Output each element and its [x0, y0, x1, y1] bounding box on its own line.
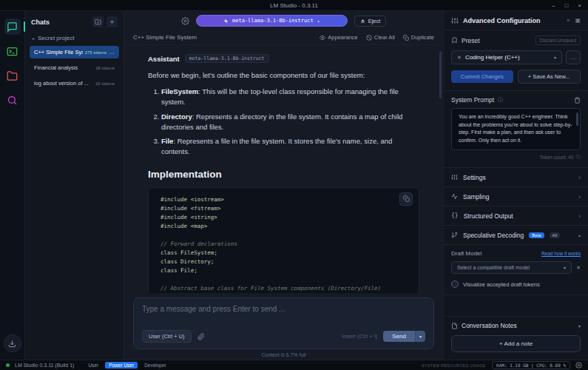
- clear-draft-icon[interactable]: ✕: [576, 265, 581, 271]
- read-how-it-works-link[interactable]: Read how it works: [541, 251, 581, 256]
- chat-item-financial-analysis[interactable]: Financial analysis 18 tokens: [30, 61, 119, 74]
- attach-file-button[interactable]: [197, 333, 205, 340]
- user-role-button[interactable]: User (Ctrl + U): [142, 330, 192, 343]
- chat-item-label: Financial analysis: [34, 64, 78, 71]
- copy-code-button[interactable]: [399, 192, 413, 206]
- rail-developer-button[interactable]: [4, 43, 21, 59]
- scrollbar[interactable]: [576, 112, 578, 126]
- speculative-decoding-content: Draft Model Read how it works Select a c…: [444, 245, 588, 295]
- resources-label: SYSTEM RESOURCES USAGE:: [422, 363, 487, 368]
- section-structured-output[interactable]: {} Structured Output ›: [444, 206, 588, 226]
- terminal-icon: [7, 46, 18, 57]
- code-line: #include <fstream>: [160, 204, 407, 213]
- chevron-down-icon: ▾: [564, 265, 566, 270]
- system-prompt-section: System Prompt ⓘ You are an incredibly go…: [444, 91, 588, 168]
- code-line: class FileSystem;: [160, 249, 407, 258]
- eject-model-button[interactable]: Eject: [354, 16, 387, 27]
- scrollbar[interactable]: [439, 51, 442, 98]
- sidebar-folder-secret-project[interactable]: ▸ Secret project: [25, 32, 124, 44]
- system-prompt-input[interactable]: You are an incredibly good C++ engineer.…: [451, 108, 581, 150]
- mode-developer[interactable]: Developer: [144, 363, 166, 368]
- chat-icon: [7, 21, 18, 33]
- list-item-term: File: [161, 137, 173, 145]
- draft-model-label: Draft Model: [451, 250, 481, 257]
- appearance-button[interactable]: Appearance: [320, 34, 357, 41]
- loaded-model-selector[interactable]: meta-llama-3.1-8b-instruct ▾: [196, 15, 348, 27]
- eject-label: Eject: [368, 18, 381, 24]
- new-chat-button[interactable]: [107, 16, 118, 27]
- download-icon: [8, 340, 16, 348]
- rail-models-button[interactable]: [4, 67, 21, 84]
- maximize-icon[interactable]: □: [564, 2, 568, 9]
- insert-hint[interactable]: Insert (Ctrl + I): [342, 333, 377, 340]
- rail-discover-button[interactable]: [4, 92, 21, 108]
- duplicate-label: Duplicate: [411, 34, 434, 41]
- collapse-panel-icon[interactable]: »: [567, 17, 570, 24]
- discard-unsaved-button[interactable]: Discard Unsaved: [535, 36, 581, 45]
- draft-model-selector[interactable]: Select a compatible draft model ▾: [451, 261, 572, 274]
- settings-gear-button[interactable]: [575, 362, 582, 369]
- advanced-configuration-panel: Advanced Configuration » ▣ Preset Discar…: [443, 11, 588, 360]
- section-label: Structured Output: [464, 212, 513, 220]
- send-label: Send: [383, 331, 415, 342]
- trash-icon[interactable]: [574, 97, 581, 104]
- visualize-tokens-toggle[interactable]: Visualize accepted draft tokens: [451, 280, 581, 288]
- status-dot-icon: [6, 363, 10, 367]
- window-title: LM Studio - 0.3.11: [0, 2, 588, 9]
- preset-selector[interactable]: ✕ Coding Helper (C++) ▾: [451, 50, 562, 64]
- send-button[interactable]: Send ▾: [383, 331, 425, 342]
- components-list: FileSystem: This will be the top-level c…: [161, 87, 419, 157]
- all-toggle[interactable]: All: [550, 232, 561, 238]
- loaded-model-name: meta-llama-3.1-8b-instruct: [232, 18, 314, 24]
- resources-usage[interactable]: RAM: 1.10 GB | CPU: 0.00 %: [492, 361, 570, 369]
- chat-title: C++ Simple File System: [133, 34, 197, 41]
- section-settings[interactable]: Settings ›: [444, 168, 588, 187]
- close-icon[interactable]: ×: [578, 2, 581, 9]
- rail-chat-button[interactable]: [4, 18, 21, 35]
- more-icon[interactable]: …: [109, 51, 115, 54]
- code-line: [160, 275, 407, 284]
- model-settings-button[interactable]: [181, 17, 189, 25]
- gear-icon: [181, 17, 189, 25]
- conversation-notes-header[interactable]: Conversation Notes ▾: [451, 322, 581, 329]
- commit-changes-button[interactable]: Commit Changes: [451, 70, 513, 83]
- section-speculative-decoding[interactable]: Speculative Decoding Beta All ▴: [444, 226, 588, 245]
- clear-preset-icon[interactable]: ✕: [457, 55, 462, 61]
- message-model-badge: meta-llama-3.1-8b-instruct: [185, 54, 269, 63]
- save-as-new-button[interactable]: + Save As New...: [518, 70, 581, 84]
- send-options-caret[interactable]: ▾: [415, 331, 425, 342]
- conversation-notes-label: Conversation Notes: [462, 322, 517, 329]
- appearance-icon: [320, 35, 325, 41]
- preset-menu-button[interactable]: …: [566, 50, 581, 64]
- mode-power-user[interactable]: Power User: [105, 362, 138, 369]
- code-block: #include <iostream> #include <fstream> #…: [148, 187, 419, 293]
- sliders-icon: [451, 17, 459, 24]
- duplicate-button[interactable]: Duplicate: [403, 34, 434, 41]
- code-line: // Abstract base class for File System c…: [160, 284, 407, 293]
- preset-section: Preset Discard Unsaved ✕ Coding Helper (…: [444, 30, 588, 91]
- code-line: [160, 231, 407, 240]
- list-item-term: FileSystem: [161, 87, 198, 95]
- section-label: Sampling: [463, 193, 489, 201]
- chevron-right-icon: ›: [578, 212, 581, 220]
- mode-user[interactable]: User: [88, 363, 98, 368]
- add-note-button[interactable]: + Add a note: [451, 335, 581, 352]
- chevron-down-icon: ▾: [554, 55, 556, 60]
- braces-icon: {}: [451, 212, 459, 219]
- draft-select-placeholder: Select a compatible draft model: [457, 265, 530, 270]
- section-sampling[interactable]: Sampling ›: [444, 187, 588, 206]
- copy-icon: [403, 35, 409, 41]
- minimize-icon[interactable]: –: [552, 2, 555, 9]
- downloads-button[interactable]: [4, 334, 21, 352]
- chats-title: Chats: [31, 18, 50, 26]
- message-input[interactable]: [142, 305, 425, 324]
- appearance-label: Appearance: [328, 34, 357, 41]
- token-count: Token count: 40: [540, 155, 574, 160]
- new-folder-button[interactable]: [92, 16, 104, 27]
- chat-item-log-version[interactable]: log about version of ... 16 tokens: [30, 77, 119, 90]
- code-line: #include <string>: [160, 213, 407, 222]
- clear-all-button[interactable]: Clear All: [366, 34, 395, 41]
- chat-item-cpp-file-system[interactable]: C++ Simple File System 275 tokens …: [30, 46, 119, 58]
- code-line: // Forward declarations: [160, 240, 407, 249]
- panel-layout-icon[interactable]: ▣: [575, 17, 581, 24]
